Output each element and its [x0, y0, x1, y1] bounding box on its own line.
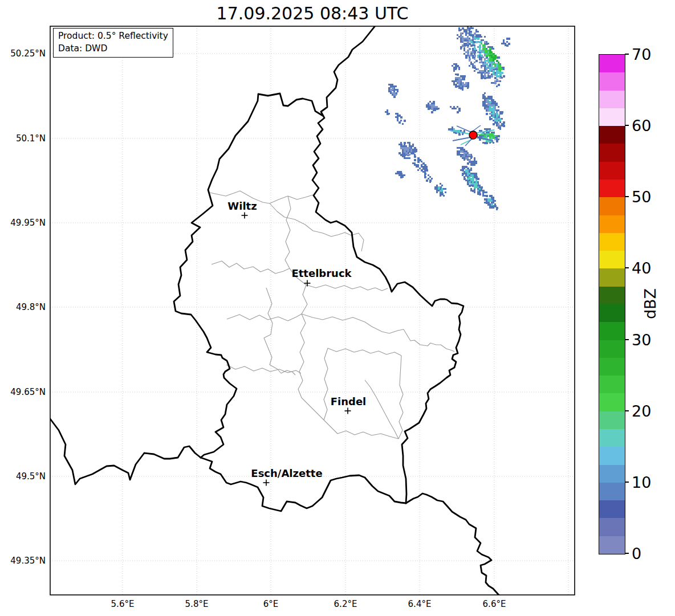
- lat-tick-label: 49.35°N: [10, 556, 46, 566]
- colorbar-tick-mark: [625, 410, 629, 411]
- lat-tick-label: 50.1°N: [16, 133, 46, 144]
- colorbar-tick-mark: [625, 267, 629, 268]
- product-line: Product: 0.5° Reflectivity: [58, 30, 168, 43]
- lat-tick-label: 50.25°N: [10, 48, 46, 59]
- colorbar-segment: [599, 483, 625, 500]
- colorbar-tick-mark: [625, 196, 629, 197]
- colorbar-tick-label: 50: [632, 188, 651, 206]
- colorbar-tick-label: 20: [632, 402, 651, 419]
- colorbar-segment: [599, 411, 625, 429]
- colorbar-tick-mark: [625, 339, 629, 340]
- colorbar-segment: [599, 287, 625, 304]
- city-marker-plus: [242, 213, 248, 219]
- colorbar-tick-label: 60: [632, 117, 651, 134]
- colorbar-tick-mark: [625, 54, 629, 55]
- colorbar-segment: [599, 393, 625, 411]
- colorbar-tick-mark: [625, 553, 629, 554]
- city-marker-plus: [345, 408, 351, 414]
- colorbar-segment: [599, 376, 625, 393]
- colorbar-segment: [599, 465, 625, 483]
- colorbar-segment: [599, 304, 625, 322]
- lon-tick-label: 5.8°E: [185, 599, 209, 609]
- colorbar-segment: [599, 180, 625, 197]
- colorbar-tick-label: 30: [632, 331, 651, 348]
- colorbar-tick-mark: [625, 482, 629, 483]
- lon-tick-label: 5.6°E: [111, 599, 135, 609]
- city-label-findel: Findel: [331, 395, 367, 407]
- lat-tick-label: 49.8°N: [16, 302, 46, 312]
- colorbar-segment: [599, 233, 625, 251]
- map-canvas: [0, 0, 675, 616]
- lon-tick-label: 6.4°E: [408, 599, 432, 609]
- colorbar-segment: [599, 447, 625, 464]
- colorbar-segment: [599, 518, 625, 536]
- lon-tick-label: 6°E: [263, 599, 279, 609]
- colorbar-segment: [599, 340, 625, 358]
- colorbar-tick-label: 10: [632, 473, 651, 491]
- city-markers: [242, 213, 351, 486]
- colorbar-segment: [599, 55, 625, 72]
- city-label-esch-alzette: Esch/Alzette: [251, 467, 322, 479]
- data-source-line: Data: DWD: [58, 43, 168, 55]
- colorbar-segment: [599, 429, 625, 447]
- dbz-colorbar: [599, 54, 625, 554]
- radar-figure: 17.09.2025 08:43 UTC Product: 0.5° Refle…: [0, 0, 675, 616]
- colorbar-segment: [599, 197, 625, 215]
- radar-site-dot: [469, 131, 477, 139]
- product-info-box: Product: 0.5° Reflectivity Data: DWD: [53, 28, 173, 58]
- colorbar-segment: [599, 358, 625, 376]
- colorbar-segment: [599, 322, 625, 340]
- colorbar-segment: [599, 108, 625, 126]
- lat-tick-label: 49.65°N: [10, 387, 46, 397]
- colorbar-tick-mark: [625, 125, 629, 126]
- colorbar-segment: [599, 144, 625, 161]
- colorbar-segment: [599, 215, 625, 233]
- lat-tick-label: 49.5°N: [16, 471, 46, 482]
- lat-tick-label: 49.95°N: [10, 218, 46, 228]
- city-marker-plus: [304, 280, 311, 287]
- colorbar-segment: [599, 500, 625, 518]
- colorbar-tick-label: 0: [632, 545, 641, 562]
- colorbar-segment: [599, 162, 625, 180]
- colorbar-segment: [599, 536, 625, 554]
- city-marker-plus: [263, 480, 270, 486]
- colorbar-axis-label: dBZ: [641, 288, 659, 319]
- colorbar-segment: [599, 72, 625, 90]
- colorbar-segment: [599, 268, 625, 286]
- colorbar-segment: [599, 91, 625, 108]
- city-label-ettelbruck: Ettelbruck: [291, 267, 351, 279]
- colorbar-segment: [599, 251, 625, 268]
- colorbar-tick-label: 40: [632, 259, 651, 277]
- lon-tick-label: 6.6°E: [483, 599, 506, 609]
- lon-tick-label: 6.2°E: [334, 599, 357, 609]
- country-borders: [50, 25, 500, 596]
- city-label-wiltz: Wiltz: [227, 200, 257, 212]
- colorbar-tick-label: 70: [632, 46, 651, 63]
- colorbar-segment: [599, 126, 625, 144]
